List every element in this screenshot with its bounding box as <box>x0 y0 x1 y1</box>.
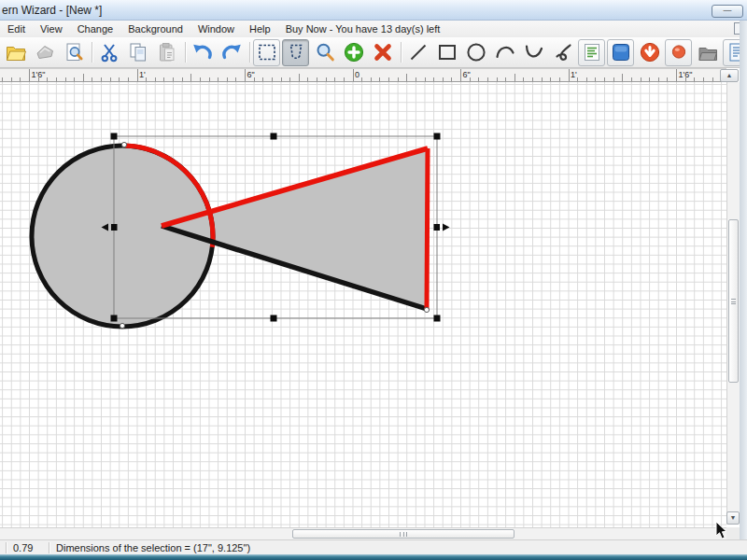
drawing-canvas[interactable] <box>0 82 726 527</box>
ruler-medium-tick <box>190 74 191 81</box>
keyhole-shape[interactable] <box>32 146 428 327</box>
print-preview-button[interactable] <box>60 39 87 66</box>
ruler-minor-tick <box>451 77 452 81</box>
undo-icon <box>191 41 214 63</box>
menu-item-background[interactable]: Background <box>120 21 190 36</box>
paste-button[interactable] <box>153 39 180 66</box>
handle-right-middle[interactable] <box>434 224 441 231</box>
endpoint-right[interactable] <box>424 307 429 312</box>
vertical-scrollbar-thumb[interactable] <box>728 219 739 383</box>
save-button[interactable] <box>31 39 58 66</box>
stretch-right-arrow[interactable] <box>443 224 450 231</box>
copy-icon <box>127 41 149 63</box>
paste-icon <box>156 41 178 63</box>
ruler-minor-tick <box>218 77 218 81</box>
ruler-minor-tick <box>173 77 174 81</box>
select-rectangle-button[interactable] <box>253 39 280 66</box>
ruler-minor-tick <box>119 77 120 81</box>
redo-icon <box>220 41 243 63</box>
triangle-right-edge[interactable] <box>427 148 428 309</box>
triangle-shape[interactable] <box>162 148 428 309</box>
download-button[interactable] <box>636 39 663 66</box>
download-icon <box>639 41 661 63</box>
draw-curve-button[interactable] <box>549 39 576 66</box>
ruler-minor-tick <box>550 77 551 81</box>
ruler-minor-tick <box>398 77 399 81</box>
ruler-minor-tick <box>209 77 210 81</box>
ruler-medium-tick <box>406 74 407 81</box>
record-button[interactable] <box>665 39 692 66</box>
menu-item-change[interactable]: Change <box>70 21 121 36</box>
menu-item-edit[interactable]: Edit <box>0 21 33 36</box>
magnifier-icon <box>314 41 336 63</box>
ruler-minor-tick <box>416 77 416 81</box>
zoom-tool-button[interactable] <box>311 39 338 66</box>
ruler-minor-tick <box>11 77 12 81</box>
handle-top-middle[interactable] <box>271 133 277 140</box>
handle-left-middle[interactable] <box>111 224 118 231</box>
draw-arc-down-button[interactable] <box>491 39 518 66</box>
ruler-minor-tick <box>65 77 66 81</box>
ruler-minor-tick <box>613 77 614 81</box>
freeform-select-icon <box>285 41 307 63</box>
blue-swatch-icon <box>610 41 632 63</box>
cut-button[interactable] <box>95 39 122 66</box>
handle-top-left[interactable] <box>111 133 118 140</box>
handle-bottom-middle[interactable] <box>271 315 277 322</box>
ruler-minor-tick <box>532 77 533 81</box>
ruler-minor-tick <box>649 77 650 81</box>
ruler-minor-tick <box>487 77 488 81</box>
ruler-medium-tick <box>83 74 84 81</box>
save-icon <box>34 41 56 63</box>
ruler-minor-tick <box>433 77 434 81</box>
endpoint-top[interactable] <box>121 142 126 147</box>
scissors-icon <box>98 41 120 63</box>
draw-rectangle-button[interactable] <box>433 39 460 66</box>
handle-top-right[interactable] <box>434 133 441 140</box>
draw-line-button[interactable] <box>404 39 431 66</box>
ruler-minor-tick <box>631 77 632 81</box>
horizontal-ruler: 1'6"1'6"06"1'1'6" <box>0 68 726 82</box>
notes-button[interactable] <box>578 39 605 66</box>
ruler-minor-tick <box>523 77 524 81</box>
scroll-up-button[interactable]: ▲ <box>720 69 739 82</box>
ruler-major-tick <box>353 68 354 81</box>
ruler-tick-label: 1'6" <box>32 70 46 79</box>
menu-item-buy-now[interactable]: Buy Now - You have 13 day(s) left <box>278 21 448 36</box>
draw-arc-up-button[interactable] <box>520 39 547 66</box>
undo-button[interactable] <box>189 39 216 66</box>
delete-button[interactable] <box>369 39 396 66</box>
open-button[interactable] <box>2 39 29 66</box>
ruler-major-tick <box>137 68 138 81</box>
menu-item-view[interactable]: View <box>33 21 70 36</box>
ruler-major-tick <box>569 68 570 81</box>
ruler-minor-tick <box>388 77 389 81</box>
menu-item-help[interactable]: Help <box>242 21 278 36</box>
menu-item-window[interactable]: Window <box>190 21 242 36</box>
background-folder-button[interactable] <box>694 39 721 66</box>
ruler-tick-label: 0 <box>355 70 359 79</box>
ruler-minor-tick <box>425 77 426 81</box>
ruler-minor-tick <box>227 77 228 81</box>
ruler-medium-tick <box>622 74 623 81</box>
ruler-tick-label: 1' <box>139 70 146 79</box>
add-button[interactable] <box>340 39 367 66</box>
notes-icon <box>581 41 603 63</box>
fill-color-button[interactable] <box>607 39 634 66</box>
ruler-medium-tick <box>514 74 515 81</box>
handle-bottom-right[interactable] <box>434 315 441 322</box>
handle-bottom-left[interactable] <box>111 315 118 322</box>
horizontal-scrollbar-thumb[interactable] <box>292 529 514 539</box>
status-zoom-value: 0.79 <box>13 542 33 553</box>
redo-button[interactable] <box>218 39 245 66</box>
draw-ellipse-button[interactable] <box>462 39 489 66</box>
scroll-down-button[interactable]: ▼ <box>726 511 740 525</box>
menu-bar: EditViewChangeBackgroundWindowHelpBuy No… <box>0 21 747 37</box>
ruler-minor-tick <box>505 77 506 81</box>
endpoint-bottom[interactable] <box>120 323 124 328</box>
folder-open-icon <box>5 41 27 63</box>
select-freeform-button[interactable] <box>282 39 309 66</box>
minimize-button[interactable]: — <box>712 5 743 18</box>
copy-button[interactable] <box>124 39 151 66</box>
ruler-major-tick <box>676 68 677 81</box>
